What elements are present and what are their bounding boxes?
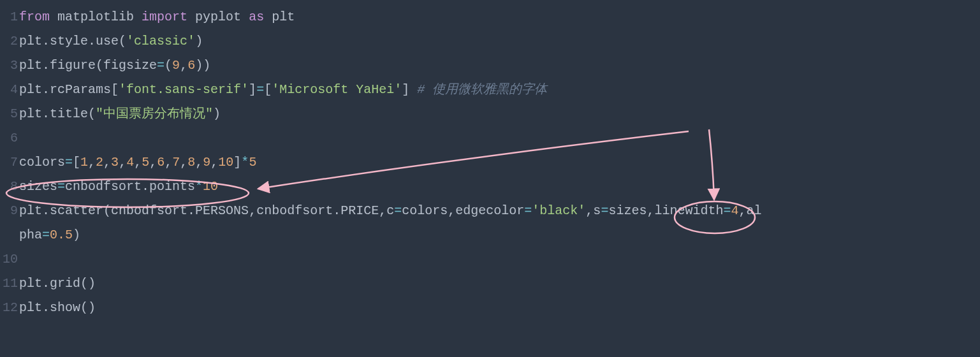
line-number: 8 (0, 175, 19, 199)
code-content: plt.figure(figsize=(9,6)) (19, 54, 210, 78)
code-line[interactable]: 2 plt.style.use('classic') (0, 29, 980, 54)
code-line[interactable]: 4 plt.rcParams['font.sans-serif']=['Micr… (0, 78, 980, 102)
code-content: plt.style.use('classic') (19, 29, 203, 54)
code-line[interactable]: 1 from matplotlib import pyplot as plt (0, 5, 980, 29)
code-content: plt.rcParams['font.sans-serif']=['Micros… (19, 78, 547, 102)
code-content: from matplotlib import pyplot as plt (19, 5, 295, 29)
code-content: plt.show() (19, 296, 96, 320)
line-number: 11 (0, 272, 19, 296)
line-number: 10 (0, 247, 19, 272)
code-content: plt.scatter(cnbodfsort.PERSONS,cnbodfsor… (19, 199, 762, 223)
code-line[interactable]: 9 plt.scatter(cnbodfsort.PERSONS,cnbodfs… (0, 199, 980, 223)
code-line[interactable]: 11 plt.grid() (0, 272, 980, 296)
code-line[interactable]: 12 plt.show() (0, 296, 980, 320)
line-number: 5 (0, 102, 19, 126)
code-line[interactable]: 5 plt.title("中国票房分布情况") (0, 102, 980, 126)
code-line[interactable]: 6 (0, 126, 980, 150)
line-number: 1 (0, 5, 19, 29)
code-line[interactable]: 3 plt.figure(figsize=(9,6)) (0, 54, 980, 78)
line-number: 7 (0, 150, 19, 175)
code-editor[interactable]: 1 from matplotlib import pyplot as plt 2… (0, 5, 980, 320)
code-line[interactable]: 8 sizes=cnbodfsort.points*10 (0, 175, 980, 199)
line-number: 12 (0, 296, 19, 320)
code-line-continuation[interactable]: pha=0.5) (0, 223, 980, 247)
line-number: 9 (0, 199, 19, 223)
line-number: 3 (0, 54, 19, 78)
code-content: plt.title("中国票房分布情况") (19, 102, 221, 126)
code-line[interactable]: 7 colors=[1,2,3,4,5,6,7,8,9,10]*5 (0, 150, 980, 175)
code-content: plt.grid() (19, 272, 96, 296)
code-content: sizes=cnbodfsort.points*10 (19, 175, 218, 199)
code-content: pha=0.5) (19, 223, 80, 247)
line-number: 2 (0, 29, 19, 54)
line-number: 4 (0, 78, 19, 102)
code-content: colors=[1,2,3,4,5,6,7,8,9,10]*5 (19, 150, 256, 175)
code-line[interactable]: 10 (0, 247, 980, 272)
line-number: 6 (0, 126, 19, 150)
